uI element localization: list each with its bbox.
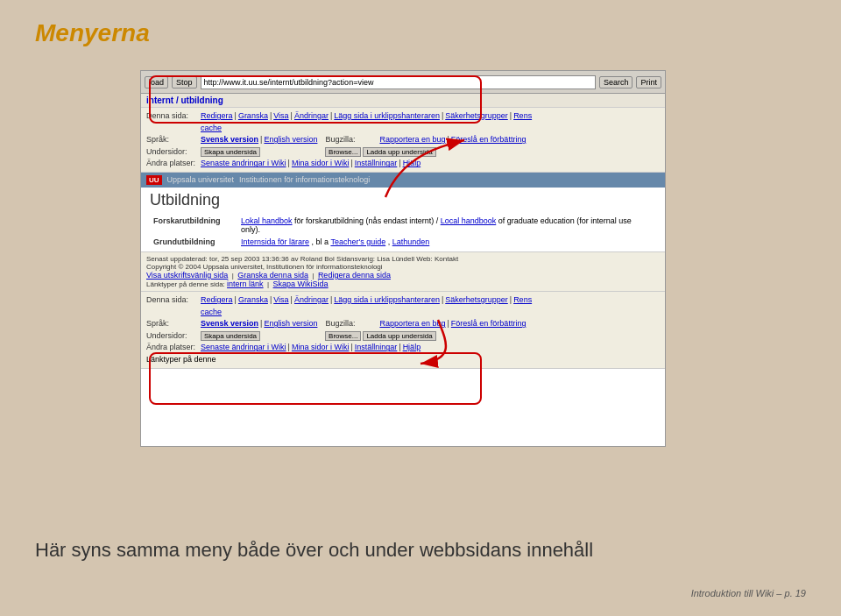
sprak-bottom-row: Språk: Svensk version | English version … [146,318,660,329]
uni-name: Uppsala universitet [167,175,235,184]
rens-link[interactable]: Rens [513,110,532,122]
linktyper-bottom-row: Länktyper på denne [146,354,660,365]
redigera-bottom-link[interactable]: Redigera [201,294,233,306]
wiki-heading: Utbildning [150,191,656,209]
andra-platser-label: Ändra platser: [146,158,199,169]
teachers-guide-link[interactable]: Teacher's guide [330,237,385,246]
load-button[interactable]: load [145,76,168,89]
english-version-link[interactable]: English version [264,134,317,145]
sprak-row: Språk: Svensk version | English version … [146,134,660,145]
bugzilla-label: Bugzilla: [325,134,378,145]
forskarutbildning-content: Lokal handbok för forskarutbildning (nås… [237,215,656,236]
forskarutbildning-text: för forskarutbildning (nås endast intern… [294,216,441,225]
wiki-content: internt / utbildning Denna sida: Rediger… [141,94,665,446]
granska-bottom-link[interactable]: Granska [238,294,268,306]
search-button[interactable]: Search [599,76,633,89]
page-title: Menyerna [35,19,150,47]
grundutbildning-row: Grundutbildning Internsida för lärare , … [150,236,656,248]
sakerhetsgrupper-bottom-link[interactable]: Säkerhetsgrupper [445,294,508,306]
footer-updated: Senast uppdaterad: tor, 25 sep 2003 13:3… [146,255,660,263]
wiki-main: Utbildning Forskarutbildning Lokal handb… [141,188,665,251]
mina-sidor-link[interactable]: Mina sidor i Wiki [292,158,350,169]
grundutbildning-text: , bl a [312,237,331,246]
visa-urskrift-link[interactable]: Visa utskriftsvänlig sida [146,271,228,280]
uni-header: UU Uppsala universitet Institutionen för… [141,173,665,188]
andra-platser-bottom-label: Ändra platser: [146,342,199,353]
forskarutbildning-row: Forskarutbildning Lokal handbok för fors… [150,215,656,236]
undersidor-row: Undersidor: Skapa undersida Browse... La… [146,146,660,158]
bugzilla-bottom-label: Bugzilla: [325,318,378,329]
skapa-wikilink-link[interactable]: Skapa WikiSida [273,280,329,288]
sprak-bottom-label: Språk: [146,318,199,329]
hjalp-link[interactable]: Hjälp [403,158,421,169]
uni-dept: Institutionen för informationsteknologi [239,175,370,184]
andra-platser-bottom-row: Ändra platser: Senaste ändringar i Wiki … [146,342,660,353]
sprak-label: Språk: [146,134,199,145]
local-handbook-link[interactable]: Local handbook [441,216,497,225]
cache-bottom-link[interactable]: cache [201,307,222,318]
denna-sida-bottom-label: Denna sida: [146,294,199,306]
footer-links: Visa utskriftsvänlig sida | Granska denn… [146,271,660,280]
andringar-link[interactable]: Ändringar [294,110,329,122]
print-button[interactable]: Print [636,76,661,89]
browser-toolbar: load Stop Search Print [141,71,665,94]
lokal-handbok-link[interactable]: Lokal handbok [241,216,293,225]
redigera-sida-link[interactable]: Redigera denna sida [318,271,391,280]
cache-link[interactable]: cache [201,123,222,134]
browse-bottom-btn[interactable]: Browse... [325,331,361,341]
cache-row: cache [201,123,660,134]
andra-platser-row: Ändra platser: Senaste ändringar i Wiki … [146,158,660,169]
undersidor-bottom-row: Undersidor: Skapa undersida Browse... La… [146,330,660,342]
intern-lank-link[interactable]: intern länk [227,280,264,288]
rapportera-bottom-link[interactable]: Rapportera en bug [379,318,445,329]
uni-logo: UU [146,175,162,185]
undersidor-bottom-label: Undersidor: [146,330,199,342]
content-table: Forskarutbildning Lokal handbok för fors… [150,215,656,248]
browse-btn[interactable]: Browse... [325,147,361,157]
stop-button[interactable]: Stop [172,76,197,89]
installningar-bottom-link[interactable]: Inställningar [355,342,398,353]
ladda-upp-bottom-btn[interactable]: Ladda upp undersida [363,331,435,341]
cache-bottom-row: cache [201,307,660,318]
senaste-andringar-link[interactable]: Senaste ändringar i Wiki [201,158,286,169]
visa-link[interactable]: Visa [273,110,288,122]
linktyper-bottom-label: Länktyper på denne [146,354,216,365]
address-bar[interactable] [201,75,596,89]
linktyper-label: Länktyper på denne sida: [146,280,225,288]
lagg-sida-bottom-link[interactable]: Lägg sida i urklippshanteraren [334,294,440,306]
internsida-link[interactable]: Internsida för lärare [241,237,309,246]
andringar-bottom-link[interactable]: Ändringar [294,294,329,306]
ladda-upp-btn[interactable]: Ladda upp undersida [363,147,435,157]
skapa-undersida-bottom-btn[interactable]: Skapa undersida [201,331,260,341]
senaste-andringar-bottom-link[interactable]: Senaste ändringar i Wiki [201,342,286,353]
granska-sida-link[interactable]: Granska denna sida [237,271,308,280]
english-version-bottom-link[interactable]: English version [264,318,317,329]
foresla-link[interactable]: Föreslå en förbättring [451,134,527,145]
svensk-version-bottom-link[interactable]: Svensk version [201,319,258,328]
lathunden-link[interactable]: Lathunden [392,237,430,246]
svensk-version-link[interactable]: Svensk version [201,135,258,144]
rens-bottom-link[interactable]: Rens [513,294,532,306]
undersidor-label: Undersidor: [146,146,199,158]
screenshot-container: load Stop Search Print internt / utbildn… [140,70,666,447]
grundutbildning-label: Grundutbildning [150,236,237,248]
bottom-footer: Introduktion till Wiki – p. 19 [691,588,806,598]
skapa-undersida-btn[interactable]: Skapa undersida [201,147,260,157]
mina-sidor-bottom-link[interactable]: Mina sidor i Wiki [292,342,350,353]
top-menu-bar: Denna sida: Redigera | Granska | Visa | … [141,108,665,173]
denna-sida-label: Denna sida: [146,110,199,122]
installningar-link[interactable]: Inställningar [355,158,398,169]
rapportera-link[interactable]: Rapportera en bug [379,134,445,145]
linktyper: Länktyper på denne sida: intern länk | S… [146,280,660,288]
visa-bottom-link[interactable]: Visa [273,294,288,306]
foresla-bottom-link[interactable]: Föreslå en förbättring [451,318,527,329]
granska-link[interactable]: Granska [238,110,268,122]
wiki-footer: Senast uppdaterad: tor, 25 sep 2003 13:3… [141,251,665,291]
lagg-sida-link[interactable]: Lägg sida i urklippshanteraren [334,110,440,122]
footer-copyright: Copyright © 2004 Uppsala universitet, In… [146,263,660,271]
denna-sida-bottom-row: Denna sida: Redigera | Granska | Visa | … [146,294,660,306]
redigera-link[interactable]: Redigera [201,110,233,122]
denna-sida-row: Denna sida: Redigera | Granska | Visa | … [146,110,660,122]
sakerhetsgrupper-link[interactable]: Säkerhetsgrupper [445,110,508,122]
hjalp-bottom-link[interactable]: Hjälp [403,342,421,353]
